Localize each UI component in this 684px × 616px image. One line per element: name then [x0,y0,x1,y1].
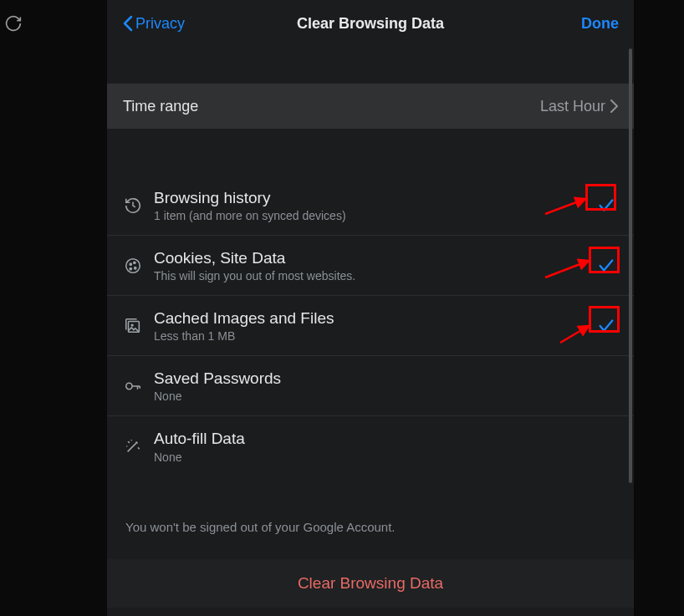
check-icon [595,194,618,217]
time-range-label: Time range [123,98,198,115]
svg-point-6 [131,324,133,326]
header: Privacy Clear Browsing Data Done [107,0,634,47]
row-subtitle: Less than 1 MB [154,329,595,343]
row-subtitle: 1 item (and more on synced devices) [154,209,595,222]
row-browsing-history[interactable]: Browsing history 1 item (and more on syn… [107,176,634,236]
svg-point-7 [126,383,132,389]
svg-point-4 [130,267,131,269]
check-icon [595,314,618,338]
check-icon [595,254,618,277]
row-subtitle: This will sign you out of most websites. [154,269,595,283]
key-icon [119,377,147,395]
back-button[interactable]: Privacy [122,15,185,33]
svg-point-1 [130,263,131,265]
time-range-value: Last Hour [540,98,618,115]
time-range-row[interactable]: Time range Last Hour [107,84,634,129]
svg-point-0 [126,258,140,272]
back-label: Privacy [135,15,185,33]
scrollbar[interactable] [629,48,632,483]
svg-point-2 [134,262,135,263]
row-cached-images[interactable]: Cached Images and Files Less than 1 MB [107,296,634,356]
images-icon [119,317,147,335]
row-subtitle: None [154,389,618,403]
row-title: Cached Images and Files [154,308,595,328]
wand-icon [119,437,147,456]
row-cookies[interactable]: Cookies, Site Data This will sign you ou… [107,236,634,296]
refresh-icon [5,15,22,35]
history-icon [119,196,147,215]
row-title: Cookies, Site Data [154,248,595,268]
chevron-right-icon [610,99,618,113]
data-type-list: Browsing history 1 item (and more on syn… [107,176,634,476]
row-subtitle: None [154,451,618,464]
svg-point-3 [135,267,136,268]
chevron-left-icon [122,15,134,32]
done-button[interactable]: Done [581,15,619,33]
cookie-icon [119,257,147,275]
clear-browsing-data-button[interactable]: Clear Browsing Data [107,559,634,608]
row-autofill[interactable]: Auto-fill Data None [107,416,634,476]
row-title: Auto-fill Data [154,429,618,449]
page-title: Clear Browsing Data [297,15,444,33]
footer-note: You won't be signed out of your Google A… [107,520,634,534]
row-title: Browsing history [154,188,595,208]
settings-panel: Privacy Clear Browsing Data Done Time ra… [107,0,634,616]
row-saved-passwords[interactable]: Saved Passwords None [107,356,634,416]
row-title: Saved Passwords [154,369,618,389]
